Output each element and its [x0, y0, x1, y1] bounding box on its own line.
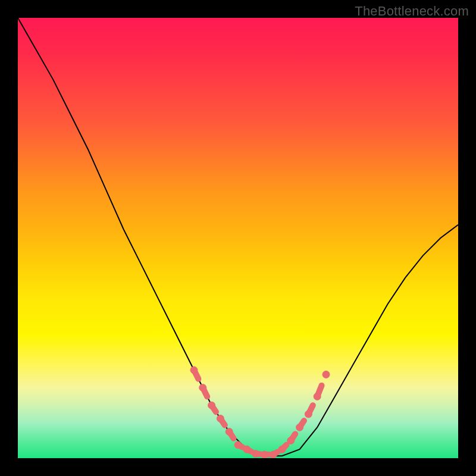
marker-dot [252, 450, 259, 458]
marker-dot [199, 384, 206, 392]
marker-dot [270, 451, 277, 458]
plot-area [18, 18, 458, 458]
marker-dot [217, 415, 224, 422]
marker-dot [278, 446, 286, 453]
marker-group [190, 367, 330, 458]
marker-dot [314, 393, 321, 400]
bottleneck-curve [18, 18, 458, 456]
marker-dot [296, 424, 303, 431]
marker-dot [322, 371, 330, 378]
watermark-text: TheBottleneck.com [355, 4, 469, 19]
chart-svg [18, 18, 458, 458]
marker-dot [261, 451, 268, 458]
marker-dot [243, 446, 250, 453]
marker-dot [190, 367, 198, 374]
marker-dot [226, 428, 233, 436]
marker-dot [305, 411, 312, 418]
marker-dot [287, 437, 295, 444]
marker-dot [234, 441, 242, 449]
chart-frame: TheBottleneck.com [0, 0, 476, 476]
marker-dot [208, 402, 215, 409]
